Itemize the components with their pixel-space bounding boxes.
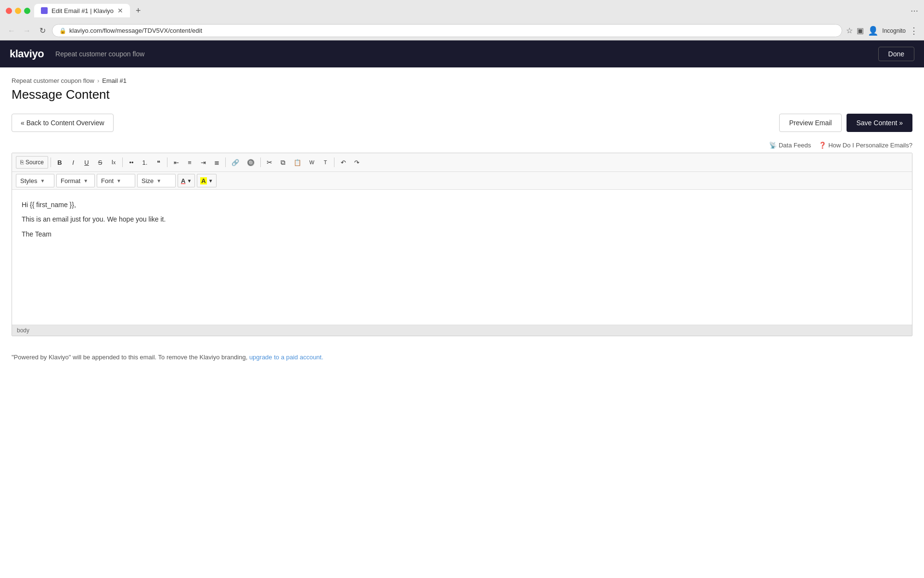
editor-toolbar-bottom: Styles ▼ Format ▼ Font ▼ Size ▼ A ▼ A ▼ [12,172,912,190]
reload-button[interactable]: ↻ [37,25,48,37]
breadcrumb-current: Email #1 [102,77,127,84]
editor-body[interactable]: Hi {{ first_name }}, This is an email ju… [12,190,912,325]
right-actions: Preview Email Save Content » [779,114,912,132]
unordered-list-button[interactable]: •• [125,156,138,169]
browser-chrome: Edit Email #1 | Klaviyo ✕ + ⋯ ← → ↻ 🔒 kl… [0,0,924,40]
done-button[interactable]: Done [878,47,914,61]
source-icon: ⎘ [20,159,24,166]
url-text: klaviyo.com/flow/message/TDV5VX/content/… [69,27,202,34]
undo-button[interactable]: ↶ [337,156,349,169]
unlink-button[interactable]: 🔘 [244,156,258,169]
copy-button[interactable]: ⧉ [277,156,289,169]
content-line-3: The Team [22,229,902,239]
lock-icon: 🔒 [59,27,66,34]
page-title: Message Content [12,87,912,102]
app-header: klaviyo Repeat customer coupon flow Done [0,40,924,67]
align-right-button[interactable]: ⇥ [197,156,209,169]
personalize-link[interactable]: ❓ How Do I Personalize Emails? [819,142,912,149]
font-dropdown-arrow: ▼ [116,178,121,184]
klaviyo-logo: klaviyo [10,48,44,60]
remove-format-button[interactable]: Ix [107,156,120,169]
bookmark-icon[interactable]: ☆ [846,26,853,35]
styles-dropdown-arrow: ▼ [40,178,45,184]
source-button[interactable]: ⎘ Source [16,156,48,169]
paste-word-button[interactable]: W [306,156,318,169]
tab-title: Edit Email #1 | Klaviyo [51,7,114,14]
close-dot[interactable] [6,8,12,14]
breadcrumb: Repeat customer coupon flow › Email #1 [12,77,912,84]
toolbar-separator-1 [51,158,51,167]
toolbar-separator-6 [334,158,334,167]
back-to-content-button[interactable]: « Back to Content Overview [12,114,114,132]
toolbar-separator-4 [225,158,226,167]
active-tab[interactable]: Edit Email #1 | Klaviyo ✕ [34,4,130,17]
forward-button[interactable]: → [21,25,33,37]
align-justify-button[interactable]: ≣ [210,156,223,169]
ordered-list-button[interactable]: 1. [139,156,151,169]
bg-color-button[interactable]: A ▼ [197,174,216,187]
strikethrough-button[interactable]: S [94,156,106,169]
incognito-label: Incognito [882,27,906,34]
font-dropdown[interactable]: Font ▼ [97,174,135,187]
breadcrumb-chevron: › [97,77,99,84]
cut-button[interactable]: ✂ [263,156,276,169]
new-tab-button[interactable]: + [132,6,145,16]
insert-link-button[interactable]: 🔗 [228,156,243,169]
browser-dots [6,8,30,14]
toolbar-separator-5 [260,158,261,167]
editor-statusbar: body [12,325,912,336]
header-flow-name: Repeat customer coupon flow [55,50,878,58]
format-dropdown[interactable]: Format ▼ [56,174,95,187]
footer-note: "Powered by Klaviyo" will be appended to… [0,346,924,368]
toolbar-separator-2 [122,158,123,167]
content-line-1: Hi {{ first_name }}, [22,199,902,210]
size-dropdown[interactable]: Size ▼ [137,174,176,187]
save-content-button[interactable]: Save Content » [847,114,912,132]
underline-button[interactable]: U [80,156,93,169]
size-dropdown-arrow: ▼ [156,178,161,184]
blockquote-button[interactable]: ❝ [152,156,165,169]
browser-expand-icon[interactable]: ⋯ [911,6,918,15]
help-icon: ❓ [819,142,826,149]
help-links: 📡 Data Feeds ❓ How Do I Personalize Emai… [0,142,924,153]
minimize-dot[interactable] [15,8,21,14]
back-button[interactable]: ← [6,25,17,37]
page-content: Repeat customer coupon flow › Email #1 M… [0,67,924,578]
statusbar-text: body [17,327,29,334]
upgrade-link[interactable]: upgrade to a paid account. [249,354,323,361]
account-icon[interactable]: 👤 [868,26,878,36]
footer-prefix: "Powered by Klaviyo" will be appended to… [12,354,249,361]
breadcrumb-parent[interactable]: Repeat customer coupon flow [12,77,94,84]
menu-icon[interactable]: ⋮ [910,26,918,36]
browser-titlebar: Edit Email #1 | Klaviyo ✕ + ⋯ [0,0,924,21]
styles-dropdown[interactable]: Styles ▼ [16,174,54,187]
toolbar-separator-3 [167,158,167,167]
rss-icon: 📡 [769,142,777,149]
preview-email-button[interactable]: Preview Email [779,114,842,132]
data-feeds-link[interactable]: 📡 Data Feeds [769,142,811,149]
editor-toolbar-top: ⎘ Source B I U S Ix •• 1. ❝ ⇤ ≡ ⇥ ≣ 🔗 🔘 … [12,153,912,172]
action-bar: « Back to Content Overview Preview Email… [0,114,924,142]
bg-color-icon: A [200,177,206,184]
paste-text-button[interactable]: T [319,156,332,169]
bold-button[interactable]: B [53,156,66,169]
font-color-icon: A [181,177,185,184]
paste-button[interactable]: 📋 [290,156,305,169]
tab-close-button[interactable]: ✕ [117,7,123,14]
align-left-button[interactable]: ⇤ [170,156,182,169]
address-bar[interactable]: 🔒 klaviyo.com/flow/message/TDV5VX/conten… [52,24,842,37]
redo-button[interactable]: ↷ [350,156,363,169]
reader-view-icon[interactable]: ▣ [857,26,864,35]
content-line-2: This is an email just for you. We hope y… [22,214,902,224]
browser-tabs: Edit Email #1 | Klaviyo ✕ + [34,4,907,17]
nav-actions: ☆ ▣ 👤 Incognito ⋮ [846,26,918,36]
align-center-button[interactable]: ≡ [183,156,196,169]
breadcrumb-area: Repeat customer coupon flow › Email #1 M… [0,67,924,102]
format-dropdown-arrow: ▼ [83,178,88,184]
browser-nav: ← → ↻ 🔒 klaviyo.com/flow/message/TDV5VX/… [0,21,924,40]
font-color-button[interactable]: A ▼ [178,174,195,187]
tab-favicon [41,7,48,14]
italic-button[interactable]: I [67,156,79,169]
font-color-arrow: ▼ [187,178,192,184]
maximize-dot[interactable] [24,8,30,14]
